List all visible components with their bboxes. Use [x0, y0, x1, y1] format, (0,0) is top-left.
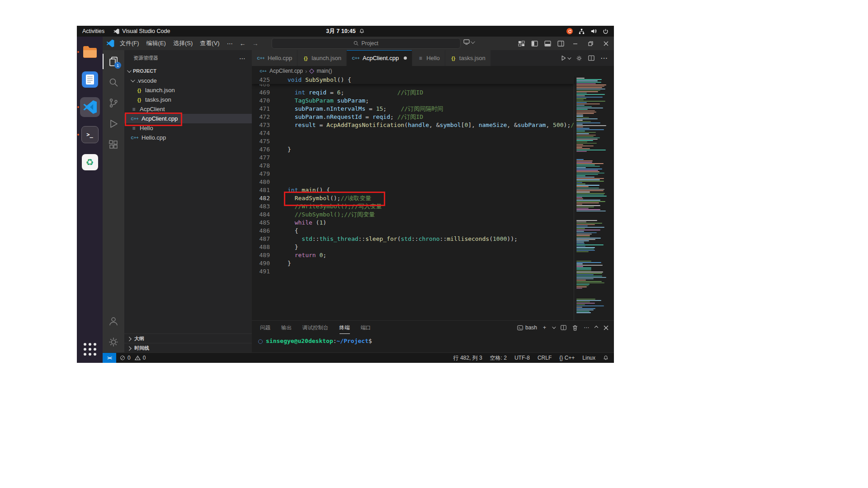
editor-tab-tasks.json[interactable]: {}tasks.json — [445, 50, 491, 66]
toggle-sidebar-icon[interactable] — [531, 41, 538, 47]
settings-gear-icon[interactable] — [103, 332, 124, 352]
taskbar-app-entry[interactable]: Visual Studio Code — [113, 28, 170, 34]
tree-item-Hello[interactable]: ≡Hello — [124, 123, 252, 133]
dock-terminal-icon[interactable]: >_ — [80, 125, 100, 145]
explorer-view-icon[interactable]: 1 — [103, 51, 124, 72]
code-line-482[interactable]: 482 ReadSymbol();//读取变量 — [252, 194, 574, 202]
run-debug-view-icon[interactable] — [103, 113, 124, 134]
menu-file[interactable]: 文件(F) — [116, 39, 143, 47]
status-item[interactable]: 空格: 2 — [490, 354, 507, 362]
toggle-panel-icon[interactable] — [544, 41, 551, 47]
split-terminal-icon[interactable] — [561, 325, 566, 330]
code-line-481[interactable]: 481int main() { — [252, 186, 574, 194]
activities-button[interactable]: Activities — [82, 28, 104, 34]
project-section-header[interactable]: PROJECT — [124, 66, 252, 76]
code-line-480[interactable]: 480 — [252, 178, 574, 186]
command-center-search[interactable]: Project — [271, 38, 460, 49]
code-line-470[interactable]: 470 TagSubParam subParam; — [252, 97, 574, 105]
menu-edit[interactable]: 编辑(E) — [143, 39, 170, 47]
search-view-icon[interactable] — [103, 72, 124, 93]
dock-vscode-icon[interactable] — [80, 97, 100, 117]
code-line-490[interactable]: 490} — [252, 259, 574, 267]
code-line-475[interactable]: 475 — [252, 137, 574, 145]
code-line-474[interactable]: 474 — [252, 129, 574, 137]
outline-section[interactable]: 大纲 — [124, 333, 252, 343]
breadcrumb-symbol[interactable]: main() — [316, 68, 332, 74]
code-line-484[interactable]: 484 //SubSymbol();//订阅变量 — [252, 211, 574, 219]
editor-tab-launch.json[interactable]: {}launch.json — [297, 50, 347, 66]
toggle-secondary-sidebar-icon[interactable] — [557, 41, 564, 47]
panel-tab-调试控制台[interactable]: 调试控制台 — [302, 323, 329, 333]
more-actions-icon[interactable]: ⋯ — [600, 54, 608, 62]
notifications-bell-icon[interactable] — [603, 355, 609, 361]
editor-tab-Hello.cpp[interactable]: C++Hello.cpp — [252, 50, 297, 66]
kill-terminal-trash-icon[interactable] — [572, 325, 578, 331]
code-line-469[interactable]: 469 int reqid = 6; //订阅ID — [252, 89, 574, 97]
code-line-478[interactable]: 478 — [252, 162, 574, 170]
settings-gear-icon[interactable] — [576, 55, 582, 61]
panel-tab-问题[interactable]: 问题 — [260, 323, 270, 333]
navigate-forward-button[interactable]: → — [249, 40, 262, 47]
panel-more-actions-icon[interactable]: ⋯ — [584, 324, 589, 331]
tree-item-tasks.json[interactable]: {}tasks.json — [124, 95, 252, 104]
code-line-488[interactable]: 488 } — [252, 243, 574, 251]
code-line-489[interactable]: 489 return 0; — [252, 251, 574, 259]
status-item[interactable]: Linux — [582, 355, 595, 361]
accounts-icon[interactable] — [103, 311, 124, 332]
tree-item-launch.json[interactable]: {}launch.json — [124, 85, 252, 95]
tree-item-AcpClient.cpp[interactable]: C++AcpClient.cpp — [124, 114, 252, 123]
minimap[interactable] — [574, 76, 614, 320]
code-line-485[interactable]: 485 while (1) — [252, 219, 574, 227]
dock-files-icon[interactable] — [80, 42, 100, 62]
code-line-472[interactable]: 472 subParam.nRequestId = reqid; //订阅ID — [252, 113, 574, 121]
tree-item-AcpClient[interactable]: ≡AcpClient — [124, 104, 252, 114]
tree-item-.vscode[interactable]: .vscode — [124, 76, 252, 85]
network-icon[interactable] — [579, 28, 585, 34]
terminal-content[interactable]: sinsegye@u20desktop:~/Project$ — [252, 334, 614, 352]
chevron-down-icon[interactable] — [552, 325, 556, 328]
dock-trash-icon[interactable]: ♻ — [80, 152, 100, 172]
extensions-view-icon[interactable] — [103, 134, 124, 155]
restore-button[interactable] — [586, 39, 595, 48]
code-line-477[interactable]: 477 — [252, 154, 574, 162]
run-or-debug-icon[interactable] — [561, 55, 570, 61]
status-item[interactable]: CRLF — [538, 355, 552, 361]
split-editor-icon[interactable] — [588, 55, 594, 61]
breadcrumb-file[interactable]: AcpClient.cpp — [269, 68, 303, 74]
code-line-471[interactable]: 471 subParam.nIntervalMs = 15; //订阅间隔时间 — [252, 105, 574, 113]
tree-item-Hello.cpp[interactable]: C++Hello.cpp — [124, 133, 252, 142]
editor-tab-Hello[interactable]: ≡Hello — [412, 50, 445, 66]
status-item[interactable]: {} C++ — [559, 355, 575, 361]
volume-icon[interactable] — [590, 28, 597, 34]
close-button[interactable] — [601, 39, 610, 48]
menu-more[interactable]: ⋯ — [223, 40, 236, 47]
menu-view[interactable]: 查看(V) — [196, 39, 223, 47]
customize-layout-icon[interactable] — [518, 41, 525, 47]
panel-tab-终端[interactable]: 终端 — [340, 323, 350, 333]
code-line-491[interactable]: 491 — [252, 267, 574, 276]
status-item[interactable]: UTF-8 — [514, 355, 530, 361]
code-line-483[interactable]: 483 //WriteSymbol();//写入变量 — [252, 202, 574, 211]
source-control-view-icon[interactable] — [103, 93, 124, 113]
code-line-476[interactable]: 476} — [252, 145, 574, 154]
power-icon[interactable] — [603, 28, 609, 34]
menu-selection[interactable]: 选择(S) — [170, 39, 196, 47]
problems-status[interactable]: 0 0 — [116, 355, 146, 361]
remote-indicator[interactable]: >< — [103, 353, 116, 363]
command-center-extra-icon[interactable] — [463, 39, 474, 45]
code-line-473[interactable]: 473 result = AcpAddTagsNotification(hand… — [252, 121, 574, 129]
code-line-487[interactable]: 487 std::this_thread::sleep_for(std::chr… — [252, 235, 574, 243]
status-item[interactable]: 行 482, 列 3 — [453, 354, 482, 362]
sticky-scroll-line[interactable]: 425void SubSymbol() { — [252, 76, 574, 84]
navigate-back-button[interactable]: ← — [236, 40, 249, 47]
software-update-icon[interactable] — [566, 28, 573, 34]
dock-documents-icon[interactable] — [80, 70, 100, 89]
editor-tab-AcpClient.cpp[interactable]: C++AcpClient.cpp — [347, 50, 412, 66]
clock[interactable]: 3月 7 10:45 — [326, 28, 355, 35]
close-panel-icon[interactable] — [604, 325, 609, 330]
code-line-479[interactable]: 479 — [252, 170, 574, 178]
minimize-button[interactable] — [571, 39, 580, 48]
timeline-section[interactable]: 时间线 — [124, 343, 252, 352]
views-actions-icon[interactable]: ⋯ — [239, 55, 245, 62]
code-line-486[interactable]: 486 { — [252, 227, 574, 235]
